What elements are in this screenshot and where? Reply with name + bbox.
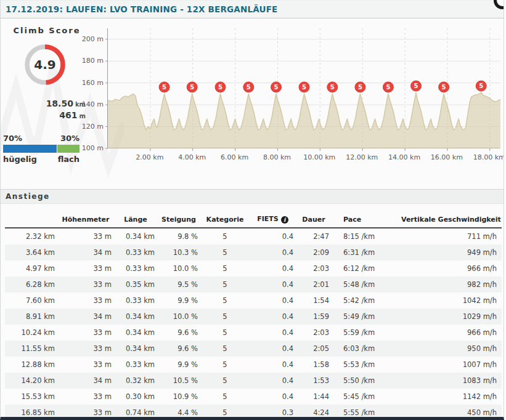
- table-cell: 1:59: [296, 309, 332, 325]
- table-cell: 2.32 km: [5, 228, 57, 244]
- svg-text:5: 5: [247, 84, 251, 91]
- table-cell: 2:05: [296, 341, 332, 357]
- table-row: 15.53 km33 m0.30 km10.9 %50.41:445:45 /k…: [5, 389, 502, 405]
- table-cell: 1:53: [296, 373, 332, 389]
- chart-plot[interactable]: 555555555555: [107, 28, 500, 148]
- table-cell: 0.4: [250, 341, 296, 357]
- climb-category-marker[interactable]: 5: [159, 82, 169, 92]
- table-cell: 9.8 %: [157, 228, 200, 244]
- svg-text:5: 5: [330, 84, 335, 91]
- table-cell: 5:42 /km: [332, 293, 399, 309]
- x-axis-tick-label: 10.00 km: [298, 153, 341, 161]
- table-cell: 10.9 %: [157, 389, 200, 405]
- x-axis-tick-label: 8.00 km: [256, 153, 299, 161]
- table-cell: 5:55 /km: [332, 405, 399, 420]
- table-cell: 34 m: [57, 309, 114, 325]
- col-steigung: Steigung: [157, 211, 200, 228]
- climb-category-marker[interactable]: 5: [215, 82, 226, 92]
- table-cell: 0.35 km: [114, 277, 157, 293]
- table-cell: 33 m: [57, 228, 114, 244]
- table-cell: 33 m: [57, 357, 114, 373]
- climb-category-marker[interactable]: 5: [355, 82, 365, 92]
- svg-text:5: 5: [190, 84, 194, 91]
- table-cell: 33 m: [57, 405, 114, 420]
- climb-category-marker[interactable]: 5: [271, 82, 282, 92]
- table-row: 6.28 km33 m0.35 km9.5 %50.42:015:48 /km9…: [5, 277, 502, 293]
- table-cell: 0.3: [250, 405, 296, 420]
- climb-category-marker[interactable]: 5: [187, 82, 197, 92]
- col-dauer: Dauer: [296, 211, 332, 228]
- climb-overview-section: Climb Score 4.9 18.50km 461m 70%: [1, 18, 504, 189]
- table-cell: 5:49 /km: [332, 309, 399, 325]
- table-cell: 1083 m/h: [399, 373, 502, 389]
- col-vertikale-geschwindigkeit: Vertikale Geschwindigkeit: [399, 211, 502, 228]
- climb-category-marker[interactable]: 5: [383, 82, 393, 92]
- climb-category-marker[interactable]: 5: [411, 81, 422, 91]
- table-cell: 5:53 /km: [332, 357, 399, 373]
- table-cell: 1042 m/h: [399, 293, 502, 309]
- table-cell: 3.64 km: [5, 244, 57, 260]
- anstiege-section-header: Anstiege: [1, 189, 504, 204]
- elevation-chart-svg[interactable]: 555555555555: [108, 28, 500, 148]
- table-cell: 5:45 /km: [332, 389, 399, 405]
- x-axis-tick-label: 12.00 km: [340, 153, 383, 161]
- table-cell: 949 m/h: [399, 244, 502, 260]
- x-axis-tick-label: 4.00 km: [171, 153, 214, 161]
- table-cell: 9.5 %: [157, 277, 200, 293]
- table-cell: 0.33 km: [114, 357, 157, 373]
- table-cell: 5: [200, 309, 250, 325]
- table-cell: 2:09: [296, 244, 332, 260]
- col-position: [5, 211, 57, 228]
- table-cell: 4.97 km: [5, 260, 57, 277]
- table-row: 3.64 km34 m0.33 km10.3 %50.42:096:31 /km…: [5, 244, 502, 260]
- table-cell: 450 m/h: [399, 405, 502, 420]
- fiets-info-icon[interactable]: i: [281, 216, 288, 224]
- table-cell: 10.0 %: [157, 309, 200, 325]
- table-cell: 0.4: [250, 260, 296, 277]
- climb-category-marker[interactable]: 5: [327, 82, 338, 92]
- table-row: 2.32 km33 m0.34 km9.8 %50.42:478:15 /km7…: [5, 228, 502, 244]
- table-cell: 8.91 km: [5, 309, 57, 325]
- table-row: 12.88 km33 m0.33 km9.9 %50.41:585:53 /km…: [5, 357, 502, 373]
- svg-text:5: 5: [358, 84, 362, 91]
- table-cell: 5:48 /km: [332, 277, 399, 293]
- table-row: 4.97 km33 m0.33 km10.0 %50.42:036:12 /km…: [5, 260, 502, 277]
- table-cell: 1142 m/h: [399, 389, 502, 405]
- svg-text:5: 5: [414, 83, 418, 89]
- climb-category-marker[interactable]: 5: [476, 81, 486, 91]
- climb-category-marker[interactable]: 5: [299, 82, 309, 92]
- table-cell: 5: [200, 325, 250, 341]
- table-cell: 10.24 km: [5, 325, 57, 341]
- table-cell: 9.6 %: [157, 325, 200, 341]
- table-cell: 0.4: [250, 325, 296, 341]
- table-cell: 33 m: [57, 293, 114, 309]
- table-cell: 5: [200, 260, 250, 277]
- col-laenge: Länge: [114, 211, 157, 228]
- table-cell: 10.0 %: [157, 260, 200, 277]
- svg-text:5: 5: [302, 84, 306, 91]
- table-cell: 5: [200, 228, 250, 244]
- table-cell: 0.34 km: [114, 309, 157, 325]
- table-cell: 0.4: [250, 389, 296, 405]
- table-row: 16.85 km33 m0.74 km4.4 %50.34:245:55 /km…: [5, 405, 502, 420]
- climb-category-marker[interactable]: 5: [243, 82, 254, 92]
- table-cell: 0.32 km: [114, 373, 157, 389]
- table-cell: 4.4 %: [157, 405, 200, 420]
- table-cell: 6:12 /km: [332, 260, 399, 277]
- table-cell: 5: [200, 405, 250, 420]
- svg-text:5: 5: [218, 84, 222, 91]
- table-cell: 0.4: [250, 293, 296, 309]
- x-axis-tick-label: 18.00 km: [468, 153, 504, 161]
- col-fiets: FIETSi: [250, 211, 296, 228]
- table-cell: 5: [200, 389, 250, 405]
- table-cell: 1007 m/h: [399, 357, 502, 373]
- table-cell: 0.33 km: [114, 244, 157, 260]
- x-axis-tick-label: 16.00 km: [425, 153, 468, 161]
- table-row: 8.91 km34 m0.34 km10.0 %50.41:595:49 /km…: [5, 309, 502, 325]
- table-cell: 0.34 km: [114, 228, 157, 244]
- table-cell: 5: [200, 341, 250, 357]
- svg-text:5: 5: [274, 84, 279, 91]
- table-cell: 5: [200, 277, 250, 293]
- climb-category-marker[interactable]: 5: [439, 82, 449, 92]
- table-cell: 2:03: [296, 260, 332, 277]
